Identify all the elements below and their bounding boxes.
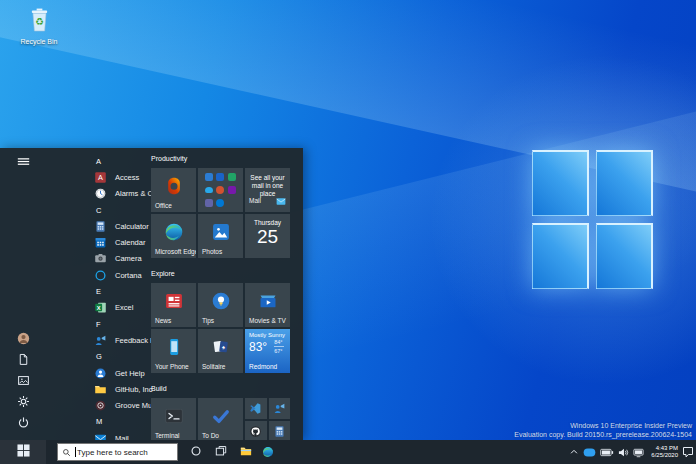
power-icon xyxy=(17,415,30,433)
calendar-icon xyxy=(94,236,107,249)
network-icon[interactable] xyxy=(633,447,644,458)
rail-item-settings[interactable] xyxy=(0,392,46,413)
camera-icon xyxy=(94,252,107,265)
cortana-button[interactable] xyxy=(186,442,206,462)
documents-icon xyxy=(17,352,30,370)
outlook-icon xyxy=(216,173,224,181)
tile-photos[interactable]: Photos xyxy=(198,214,243,258)
calculator-icon xyxy=(269,421,291,440)
tile-tips[interactable]: Tips xyxy=(198,283,243,327)
file-explorer-button[interactable] xyxy=(236,442,256,462)
start-menu: AAAccessAlarms & ClockCCalculatorCalenda… xyxy=(0,148,303,440)
desktop: ♻ Recycle Bin Windows 10 Enterprise Insi… xyxy=(0,0,696,464)
app-item-calendar[interactable]: Calendar xyxy=(46,234,146,250)
action-center-icon[interactable] xyxy=(682,446,694,458)
app-section-header-e[interactable]: E xyxy=(46,283,146,299)
hamburger-icon xyxy=(17,154,30,172)
feedback-icon xyxy=(269,398,291,419)
windows-logo-pane xyxy=(596,223,653,289)
tile-calendar[interactable]: Thursday25 xyxy=(245,214,290,258)
tile-label: Solitaire xyxy=(202,363,225,370)
search-input[interactable]: Type here to search xyxy=(57,443,178,461)
tips-icon xyxy=(198,283,243,318)
app-item-get-help[interactable]: Get Help xyxy=(46,365,146,381)
app-item-label: Calendar xyxy=(115,238,145,247)
app-item-groove-music[interactable]: Groove Music xyxy=(46,397,146,413)
tile-feedback-hub[interactable] xyxy=(269,398,291,419)
tile-to-do[interactable]: To Do xyxy=(198,398,243,440)
battery-icon[interactable] xyxy=(600,448,614,457)
rail-item-pictures[interactable] xyxy=(0,371,46,392)
rail-item-menu[interactable] xyxy=(0,152,46,173)
vs-icon xyxy=(245,398,267,419)
settings-icon xyxy=(17,394,30,412)
rail-item-user[interactable] xyxy=(0,329,46,350)
app-item-access[interactable]: AAccess xyxy=(46,169,146,185)
rail-item-documents[interactable] xyxy=(0,350,46,371)
app-item-excel[interactable]: XExcel xyxy=(46,300,146,316)
app-item-alarms-clock[interactable]: Alarms & Clock xyxy=(46,186,146,202)
weather-middle: 83°84°67° xyxy=(245,339,290,354)
tile-microsoft-365-apps[interactable] xyxy=(198,168,243,212)
clock-time: 4:43 PM xyxy=(648,445,678,452)
tile-weather[interactable]: Mostly Sunny83°84°67°Redmond xyxy=(245,329,290,373)
tile-label: Terminal xyxy=(155,432,180,439)
movies-icon xyxy=(245,283,290,318)
tile-label: To Do xyxy=(202,432,219,439)
groove-icon xyxy=(94,399,107,412)
weather-low: 67° xyxy=(274,348,284,354)
app-item-cortana[interactable]: Cortana xyxy=(46,267,146,283)
tile-movies-tv[interactable]: Movies & TV xyxy=(245,283,290,327)
system-tray: 4:43 PM 6/25/2020 xyxy=(569,440,694,464)
app-item-calculator[interactable]: Calculator xyxy=(46,218,146,234)
taskbar-clock[interactable]: 4:43 PM 6/25/2020 xyxy=(648,445,678,459)
rail-item-power[interactable] xyxy=(0,413,46,434)
edge-taskbar-button[interactable] xyxy=(258,442,278,462)
tile-group-header-explore: Explore xyxy=(151,269,303,278)
tray-overflow-chevron-icon[interactable] xyxy=(569,447,579,457)
tile-label: News xyxy=(155,317,171,324)
alarms-icon xyxy=(94,187,107,200)
svg-text:X: X xyxy=(97,305,101,311)
app-section-header-g[interactable]: G xyxy=(46,349,146,365)
app-section-header-m[interactable]: M xyxy=(46,414,146,430)
app-item-label: Calculator xyxy=(115,222,149,231)
app-section-header-c[interactable]: C xyxy=(46,202,146,218)
tile-news[interactable]: News xyxy=(151,283,196,327)
tile-terminal[interactable]: Terminal xyxy=(151,398,196,440)
tile-visual-studio[interactable] xyxy=(245,398,267,419)
tile-label: Your Phone xyxy=(155,363,189,370)
start-button[interactable] xyxy=(0,440,46,464)
app-item-camera[interactable]: Camera xyxy=(46,251,146,267)
tile-github-desktop[interactable] xyxy=(245,421,267,440)
tile-office[interactable]: Office xyxy=(151,168,196,212)
mail-envelope-icon xyxy=(276,191,286,209)
tile-label: Office xyxy=(155,202,172,209)
tile-microsoft-edge[interactable]: Microsoft Edge xyxy=(151,214,196,258)
app-item-github-inc[interactable]: GitHub, Inc xyxy=(46,381,146,397)
recycle-bin-icon: ♻ xyxy=(28,19,51,36)
app-section-header-f[interactable]: F xyxy=(46,316,146,332)
calendar-tile-date: 25 xyxy=(245,226,290,247)
app-item-feedback-hub[interactable]: Feedback Hub xyxy=(46,332,146,348)
tile-solitaire[interactable]: ♠Solitaire xyxy=(198,329,243,373)
access-icon: A xyxy=(94,171,107,184)
task-view-button[interactable] xyxy=(211,442,231,462)
app-item-mail[interactable]: Mail xyxy=(46,430,146,440)
cortana-icon xyxy=(190,443,202,461)
weather-divider xyxy=(274,346,284,347)
volume-icon[interactable] xyxy=(618,447,629,458)
windows-logo-pane xyxy=(532,223,589,289)
tile-label: Tips xyxy=(202,317,214,324)
tile-grid-build: TerminalTo Do xyxy=(151,398,303,440)
tile-calculator[interactable] xyxy=(269,421,291,440)
start-menu-rail xyxy=(0,148,46,440)
app-item-label: Excel xyxy=(115,303,133,312)
mail-icon xyxy=(94,432,107,440)
app-section-header-a[interactable]: A xyxy=(46,153,146,169)
tile-mail[interactable]: See all your mail in one placeMail xyxy=(245,168,290,212)
calendar-tile-day: Thursday xyxy=(245,219,290,226)
tile-your-phone[interactable]: Your Phone xyxy=(151,329,196,373)
tray-app-icon-blue[interactable] xyxy=(583,448,596,457)
recycle-bin-shortcut[interactable]: ♻ Recycle Bin xyxy=(10,6,68,45)
